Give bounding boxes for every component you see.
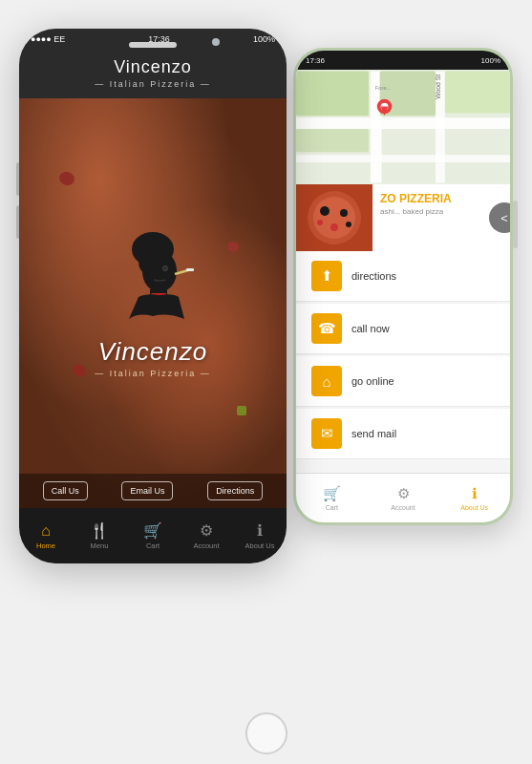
about-icon-white: ℹ bbox=[257, 521, 263, 540]
svg-point-30 bbox=[163, 266, 168, 271]
nav-about-white[interactable]: ℹ About Us bbox=[233, 508, 287, 563]
svg-point-18 bbox=[340, 209, 348, 217]
nav-cart-white[interactable]: 🛒 Cart bbox=[126, 508, 180, 563]
green-status-time: 17:36 bbox=[306, 56, 325, 65]
svg-point-19 bbox=[330, 223, 338, 231]
menu-icon-white: 🍴 bbox=[90, 521, 109, 540]
svg-rect-8 bbox=[296, 72, 369, 117]
nav-account-green[interactable]: ⚙ Account bbox=[368, 474, 439, 522]
app-header: Vincenzo — Italian Pizzeria — bbox=[19, 50, 287, 98]
svg-rect-7 bbox=[296, 129, 369, 152]
action-mail[interactable]: ✉ send mail bbox=[296, 409, 510, 459]
mail-label: send mail bbox=[351, 428, 396, 439]
call-icon: ☎ bbox=[311, 313, 342, 344]
home-label-white: Home bbox=[36, 541, 55, 550]
about-label-green: About Us bbox=[460, 504, 488, 511]
phone-white: ●●●● EE 17:36 100% Vincenzo — Italian Pi… bbox=[19, 29, 287, 563]
online-label: go online bbox=[351, 375, 394, 387]
about-label-white: About Us bbox=[245, 541, 275, 550]
account-label-white: Account bbox=[193, 541, 219, 550]
svg-point-17 bbox=[320, 206, 330, 216]
hero-action-buttons: Call Us Email Us Directions bbox=[19, 474, 287, 508]
action-list: ⬆ directions ☎ call now ⌂ go online ✉ se… bbox=[296, 251, 510, 473]
home-icon-white: ⌂ bbox=[41, 522, 51, 540]
action-directions[interactable]: ⬆ directions bbox=[296, 251, 510, 302]
chef-logo: Vincenzo — Italian Pizzeria — bbox=[95, 228, 211, 378]
svg-line-28 bbox=[175, 270, 188, 274]
front-camera bbox=[212, 38, 220, 46]
restaurant-card: ZO PIZZERIA ashi... baked pizza < bbox=[296, 184, 510, 251]
cart-label-white: Cart bbox=[146, 541, 160, 550]
bottom-nav-white: ⌂ Home 🍴 Menu 🛒 Cart ⚙ Account ℹ About U… bbox=[19, 508, 287, 563]
chef-silhouette-svg bbox=[110, 228, 196, 333]
svg-text:Fore...: Fore... bbox=[375, 85, 392, 91]
topping-4 bbox=[237, 406, 246, 415]
bottom-nav-green: 🛒 Cart ⚙ Account ℹ About Us bbox=[296, 473, 510, 522]
map-svg: Wood St Fore... bbox=[296, 70, 510, 184]
menu-label-white: Menu bbox=[91, 541, 109, 550]
brand-name: Vincenzo bbox=[95, 337, 211, 367]
nav-menu-white[interactable]: 🍴 Menu bbox=[73, 508, 126, 563]
cart-icon-white: 🛒 bbox=[143, 521, 162, 540]
phones-container: 17:36 100% bbox=[0, 0, 532, 764]
white-battery: 100% bbox=[253, 34, 275, 44]
status-bar-green: 17:36 100% bbox=[296, 51, 510, 70]
account-label-green: Account bbox=[391, 504, 415, 511]
pizza-hero-area: Vincenzo — Italian Pizzeria — Call Us Em… bbox=[19, 98, 287, 508]
app-subtitle: — Italian Pizzeria — bbox=[19, 79, 287, 89]
call-us-button[interactable]: Call Us bbox=[43, 481, 88, 500]
account-icon-white: ⚙ bbox=[200, 521, 213, 540]
share-button[interactable]: < bbox=[489, 202, 510, 233]
nav-home-white[interactable]: ⌂ Home bbox=[19, 508, 73, 563]
home-button[interactable] bbox=[245, 712, 287, 754]
about-icon-green: ℹ bbox=[472, 485, 478, 502]
account-icon-green: ⚙ bbox=[397, 485, 410, 502]
directions-icon: ⬆ bbox=[311, 261, 342, 291]
action-online[interactable]: ⌂ go online bbox=[296, 356, 510, 407]
speaker-grille bbox=[129, 42, 177, 48]
email-us-button[interactable]: Email Us bbox=[121, 481, 173, 500]
cart-icon-green: 🛒 bbox=[323, 485, 341, 502]
svg-rect-6 bbox=[445, 72, 510, 114]
restaurant-name: ZO PIZZERIA bbox=[380, 192, 502, 205]
restaurant-image bbox=[296, 184, 372, 251]
power-button bbox=[513, 201, 518, 248]
action-call[interactable]: ☎ call now bbox=[296, 304, 510, 354]
nav-account-white[interactable]: ⚙ Account bbox=[180, 508, 233, 563]
svg-point-21 bbox=[346, 222, 351, 227]
svg-point-16 bbox=[313, 197, 355, 239]
svg-rect-29 bbox=[186, 268, 194, 271]
svg-point-25 bbox=[138, 250, 154, 273]
map-area: Wood St Fore... bbox=[296, 70, 510, 184]
restaurant-address: ashi... baked pizza bbox=[380, 207, 502, 216]
online-icon: ⌂ bbox=[311, 366, 342, 396]
nav-about-green[interactable]: ℹ About Us bbox=[438, 474, 510, 522]
phone-green: 17:36 100% bbox=[293, 48, 513, 525]
green-status-battery: 100% bbox=[481, 56, 500, 65]
mail-icon: ✉ bbox=[311, 418, 342, 449]
svg-text:Wood St: Wood St bbox=[435, 74, 441, 99]
app-title: Vincenzo bbox=[19, 57, 287, 77]
svg-rect-1 bbox=[296, 117, 510, 129]
nav-cart-green[interactable]: 🛒 Cart bbox=[296, 474, 368, 522]
svg-point-20 bbox=[317, 220, 323, 225]
white-status-signals: ●●●● EE bbox=[31, 34, 65, 44]
cart-label-green: Cart bbox=[326, 504, 338, 511]
brand-tagline: — Italian Pizzeria — bbox=[95, 369, 211, 378]
white-status-right: 100% bbox=[253, 34, 275, 44]
directions-label: directions bbox=[351, 270, 396, 282]
svg-rect-4 bbox=[296, 155, 510, 162]
call-label: call now bbox=[351, 323, 390, 334]
directions-button[interactable]: Directions bbox=[207, 481, 263, 500]
restaurant-info: ZO PIZZERIA ashi... baked pizza < bbox=[372, 184, 510, 251]
